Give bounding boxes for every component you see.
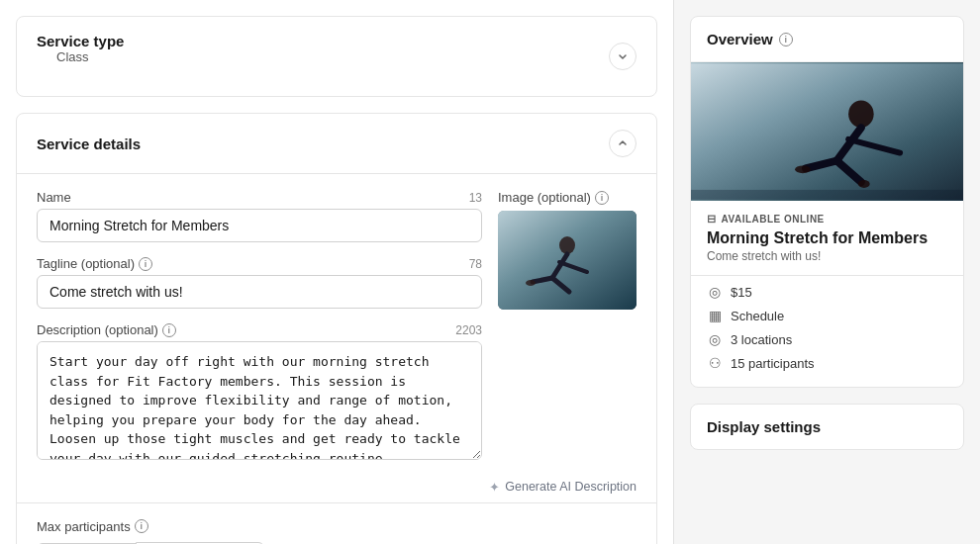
- preview-details: ◎ $15 ▦ Schedule ◎ 3 locations ⚇ 15 part…: [691, 276, 963, 387]
- preview-tagline: Come stretch with us!: [691, 249, 963, 275]
- tagline-label: Tagline (optional) i: [37, 256, 152, 271]
- image-preview-inner: [498, 211, 637, 310]
- svg-rect-0: [498, 211, 637, 310]
- display-settings-title: Display settings: [707, 418, 947, 435]
- overview-header: Overview i: [691, 17, 963, 62]
- display-settings-section: Display settings: [690, 404, 964, 450]
- ai-generate-row[interactable]: ✦ Generate AI Description: [17, 476, 656, 502]
- right-panel: Overview i: [673, 0, 980, 544]
- form-left-column: Name 13 Tagline (optional) i 78: [37, 190, 482, 460]
- service-type-label-group: Service type Class: [37, 33, 124, 80]
- overview-title: Overview: [707, 31, 773, 47]
- tagline-char-count: 78: [469, 257, 482, 271]
- tagline-input[interactable]: [37, 275, 482, 309]
- name-char-count: 13: [469, 191, 482, 205]
- calendar-icon: ▦: [707, 308, 723, 323]
- preview-image: [691, 62, 963, 201]
- svg-point-8: [848, 101, 874, 129]
- description-textarea[interactable]: [37, 341, 482, 460]
- monitor-icon: ⊟: [707, 213, 717, 226]
- preview-participants: 15 participants: [731, 356, 815, 371]
- service-type-collapse-button[interactable]: [609, 43, 637, 70]
- preview-participants-item: ⚇ 15 participants: [707, 355, 947, 371]
- image-label: Image (optional) i: [498, 190, 637, 205]
- max-participants-label: Max participants i: [37, 519, 637, 534]
- service-details-title: Service details: [37, 136, 141, 152]
- preview-schedule: Schedule: [731, 309, 784, 323]
- service-type-header: Service type Class: [17, 17, 656, 96]
- description-char-count: 2203: [455, 323, 482, 337]
- max-participants-info-icon[interactable]: i: [135, 519, 148, 533]
- price-icon: ◎: [707, 284, 723, 300]
- available-online-text: AVAILABLE ONLINE: [722, 214, 825, 225]
- name-input[interactable]: [37, 209, 482, 242]
- left-panel: Service type Class Service details: [0, 0, 673, 544]
- svg-point-14: [858, 180, 870, 188]
- image-info-icon[interactable]: i: [595, 191, 609, 205]
- svg-point-6: [526, 280, 536, 286]
- preview-price: $15: [731, 285, 752, 300]
- description-info-icon[interactable]: i: [162, 323, 176, 337]
- service-details-section: Service details Name 13: [16, 113, 657, 544]
- location-icon: ◎: [707, 331, 723, 347]
- form-right-column: Image (optional) i: [498, 190, 637, 460]
- preview-schedule-item: ▦ Schedule: [707, 308, 947, 323]
- service-type-section: Service type Class: [16, 16, 657, 97]
- max-participants-section: Max participants i Participants ▲ ▼: [17, 503, 656, 545]
- service-details-header: Service details: [17, 114, 656, 173]
- name-label-row: Name 13: [37, 190, 482, 205]
- svg-point-1: [559, 236, 575, 254]
- service-details-form: Name 13 Tagline (optional) i 78: [17, 174, 656, 476]
- preview-image-inner: [691, 62, 963, 201]
- svg-point-13: [795, 165, 811, 173]
- sparkle-icon: ✦: [489, 480, 500, 495]
- svg-rect-15: [691, 190, 963, 200]
- service-details-collapse-button[interactable]: [609, 130, 637, 157]
- name-field-group: Name 13: [37, 190, 482, 242]
- tagline-label-row: Tagline (optional) i 78: [37, 256, 482, 271]
- preview-title: Morning Stretch for Members: [691, 229, 963, 249]
- svg-rect-7: [691, 63, 963, 200]
- ai-generate-label: Generate AI Description: [505, 480, 637, 494]
- preview-price-item: ◎ $15: [707, 284, 947, 300]
- preview-locations: 3 locations: [731, 332, 792, 347]
- description-label-row: Description (optional) i 2203: [37, 322, 482, 337]
- preview-locations-item: ◎ 3 locations: [707, 331, 947, 347]
- tagline-info-icon[interactable]: i: [139, 257, 152, 271]
- overview-section: Overview i: [690, 16, 964, 388]
- people-icon: ⚇: [707, 355, 723, 371]
- description-label: Description (optional) i: [37, 322, 176, 337]
- name-label: Name: [37, 190, 71, 205]
- service-type-value: Class: [37, 49, 124, 80]
- tagline-field-group: Tagline (optional) i 78: [37, 256, 482, 309]
- description-field-group: Description (optional) i 2203: [37, 322, 482, 460]
- available-online-badge: ⊟ AVAILABLE ONLINE: [707, 213, 947, 226]
- service-type-title: Service type: [37, 33, 124, 49]
- overview-info-icon[interactable]: i: [779, 33, 793, 46]
- image-preview[interactable]: [498, 211, 637, 310]
